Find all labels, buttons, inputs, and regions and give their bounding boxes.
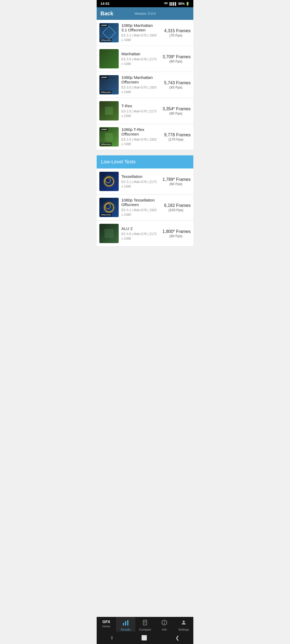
- score-fps-trex: (60 Fps): [161, 111, 191, 115]
- result-info-manhattan-offscreen: 1080p Manhattan OffscreenES 3.0 | Mali-G…: [121, 75, 158, 94]
- result-score-alu2: 1,800* Frames(60 Fps): [161, 229, 191, 238]
- result-row-manhattan-offscreen[interactable]: 1080POffscreen1080p Manhattan OffscreenE…: [97, 72, 193, 98]
- status-bar: 14:53 ▌▌▌▌ 89% 🔋: [97, 0, 193, 7]
- thumb-manhattan: [99, 49, 119, 68]
- result-row-trex[interactable]: T-RexES 2.0 | Mali-G76 | 2173 x 10803,35…: [97, 98, 193, 124]
- low-level-label: Low-Level Tests: [101, 159, 136, 164]
- score-fps-alu2: (60 Fps): [161, 234, 191, 238]
- thumb-manhattan31-offscreen: 1080POffscreen: [99, 23, 119, 42]
- score-fps-tess-offscreen: (103 Fps): [161, 208, 191, 212]
- result-title-manhattan31-offscreen: 1080p Manhattan 3.1 Offscreen: [121, 23, 158, 32]
- result-title-alu2: ALU 2: [121, 226, 158, 231]
- score-main-trex-offscreen: 9,778 Frames: [161, 133, 191, 137]
- top-bar: Back Version: 5.0.0: [97, 7, 193, 20]
- thumb-trex: [99, 101, 119, 120]
- result-row-tessellation[interactable]: TessellationES 3.1 | Mali-G76 | 2173 x 1…: [97, 169, 193, 195]
- battery-display: 89% 🔋: [178, 2, 190, 6]
- low-level-section-header: Low-Level Tests: [97, 155, 193, 169]
- result-info-trex: T-RexES 2.0 | Mali-G76 | 2173 x 1080: [121, 104, 158, 118]
- result-subtitle-trex: ES 2.0 | Mali-G76 | 2173 x 1080: [121, 109, 158, 118]
- score-fps-manhattan: (60 Fps): [161, 59, 191, 63]
- result-info-manhattan31-offscreen: 1080p Manhattan 3.1 OffscreenES 3.1 | Ma…: [121, 23, 158, 42]
- thumb-trex-offscreen: 1080POffscreen: [99, 127, 119, 147]
- score-fps-trex-offscreen: (175 Fps): [161, 137, 191, 141]
- result-subtitle-tess-offscreen: ES 3.1 | Mali-G76 | 1920 x 1080: [121, 208, 158, 217]
- result-title-trex-offscreen: 1080p T-Rex Offscreen: [121, 127, 158, 136]
- result-info-manhattan: ManhattanES 3.0 | Mali-G76 | 2173 x 1080: [121, 52, 158, 66]
- result-title-manhattan-offscreen: 1080p Manhattan Offscreen: [121, 75, 158, 84]
- result-info-tessellation: TessellationES 3.1 | Mali-G76 | 2173 x 1…: [121, 174, 158, 189]
- result-subtitle-manhattan: ES 3.0 | Mali-G76 | 2173 x 1080: [121, 57, 158, 66]
- result-subtitle-trex-offscreen: ES 2.0 | Mali-G76 | 1920 x 1080: [121, 137, 158, 147]
- result-subtitle-manhattan-offscreen: ES 3.0 | Mali-G76 | 1920 x 1080: [121, 85, 158, 94]
- result-row-tess-offscreen[interactable]: Offscreen1080p Tessellation OffscreenES …: [97, 195, 193, 221]
- result-row-manhattan31-offscreen[interactable]: 1080POffscreen1080p Manhattan 3.1 Offscr…: [97, 20, 193, 46]
- result-info-trex-offscreen: 1080p T-Rex OffscreenES 2.0 | Mali-G76 |…: [121, 127, 158, 147]
- result-score-tess-offscreen: 6,182 Frames(103 Fps): [161, 203, 191, 212]
- thumb-tess-offscreen: Offscreen: [99, 198, 119, 217]
- score-fps-manhattan-offscreen: (93 Fps): [161, 85, 191, 89]
- status-icons: ▌▌▌▌ 89% 🔋: [164, 2, 190, 6]
- back-button[interactable]: Back: [100, 10, 113, 17]
- result-subtitle-manhattan31-offscreen: ES 3.1 | Mali-G76 | 1920 x 1080: [121, 33, 158, 42]
- signal-icon: ▌▌▌▌: [169, 2, 177, 5]
- result-info-tess-offscreen: 1080p Tessellation OffscreenES 3.1 | Mal…: [121, 198, 158, 217]
- version-label: Version: 5.0.0: [134, 12, 156, 16]
- result-title-manhattan: Manhattan: [121, 52, 158, 56]
- score-main-manhattan31-offscreen: 4,315 Frames: [161, 28, 191, 33]
- result-row-manhattan[interactable]: ManhattanES 3.0 | Mali-G76 | 2173 x 1080…: [97, 46, 193, 72]
- score-main-trex: 3,354* Frames: [161, 107, 191, 111]
- result-score-trex: 3,354* Frames(60 Fps): [161, 107, 191, 115]
- thumb-alu2: [99, 224, 119, 243]
- low-level-list: TessellationES 3.1 | Mali-G76 | 2173 x 1…: [97, 169, 193, 247]
- result-score-manhattan: 3,709* Frames(60 Fps): [161, 54, 191, 63]
- score-fps-tessellation: (60 Fps): [161, 182, 191, 186]
- results-list: 1080POffscreen1080p Manhattan 3.1 Offscr…: [97, 20, 193, 150]
- battery-icon: 🔋: [186, 2, 190, 6]
- result-title-trex: T-Rex: [121, 104, 158, 108]
- section-spacer: [97, 150, 193, 153]
- thumb-tessellation: [99, 172, 119, 191]
- result-title-tess-offscreen: 1080p Tessellation Offscreen: [121, 198, 158, 207]
- score-fps-manhattan31-offscreen: (70 Fps): [161, 33, 191, 37]
- thumb-manhattan-offscreen: 1080POffscreen: [99, 75, 119, 94]
- score-main-alu2: 1,800* Frames: [161, 229, 191, 234]
- result-score-manhattan-offscreen: 5,743 Frames(93 Fps): [161, 80, 191, 89]
- scroll-content: 1080POffscreen1080p Manhattan 3.1 Offscr…: [97, 20, 193, 271]
- result-info-alu2: ALU 2ES 3.0 | Mali-G76 | 2173 x 1080: [121, 226, 158, 241]
- clock: 14:53: [100, 2, 109, 6]
- wifi-icon: [164, 2, 168, 6]
- score-main-tessellation: 1,789* Frames: [161, 177, 191, 182]
- result-score-manhattan31-offscreen: 4,315 Frames(70 Fps): [161, 28, 191, 37]
- result-row-alu2[interactable]: ALU 2ES 3.0 | Mali-G76 | 2173 x 10801,80…: [97, 221, 193, 247]
- result-score-tessellation: 1,789* Frames(60 Fps): [161, 177, 191, 186]
- result-score-trex-offscreen: 9,778 Frames(175 Fps): [161, 133, 191, 141]
- score-main-tess-offscreen: 6,182 Frames: [161, 203, 191, 208]
- result-title-tessellation: Tessellation: [121, 174, 158, 179]
- result-subtitle-tessellation: ES 3.1 | Mali-G76 | 2173 x 1080: [121, 180, 158, 189]
- score-main-manhattan-offscreen: 5,743 Frames: [161, 80, 191, 85]
- result-subtitle-alu2: ES 3.0 | Mali-G76 | 2173 x 1080: [121, 232, 158, 241]
- result-row-trex-offscreen[interactable]: 1080POffscreen1080p T-Rex OffscreenES 2.…: [97, 124, 193, 150]
- score-main-manhattan: 3,709* Frames: [161, 54, 191, 59]
